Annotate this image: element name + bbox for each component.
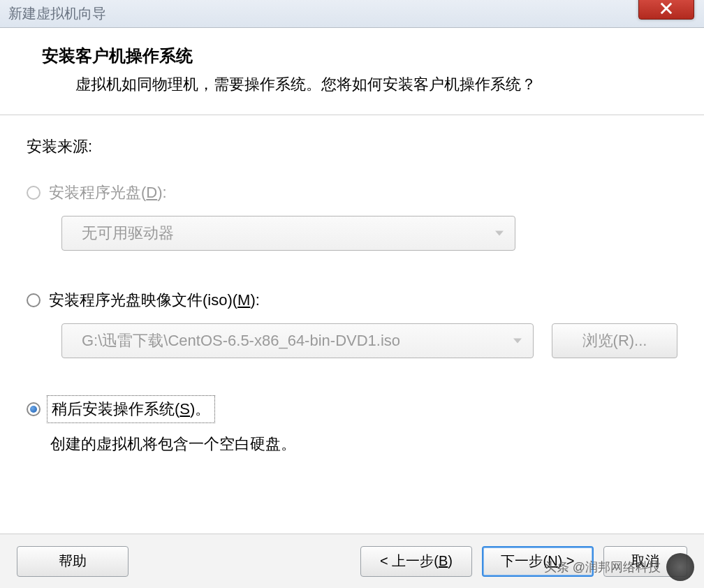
option-install-later: 稍后安装操作系统(S)。 创建的虚拟机将包含一个空白硬盘。 bbox=[27, 397, 677, 455]
wizard-heading: 安装客户机操作系统 bbox=[42, 45, 676, 67]
close-icon bbox=[660, 2, 673, 15]
install-later-description: 创建的虚拟机将包含一个空白硬盘。 bbox=[50, 434, 677, 455]
install-source-label: 安装来源: bbox=[27, 136, 677, 157]
radio-iso-image[interactable] bbox=[27, 293, 41, 307]
radio-installer-disc[interactable] bbox=[27, 186, 41, 200]
iso-path-dropdown[interactable]: G:\迅雷下载\CentOS-6.5-x86_64-bin-DVD1.iso bbox=[61, 323, 534, 358]
radio-installer-disc-label: 安装程序光盘(D): bbox=[49, 182, 167, 203]
watermark-text: 头条 @润邦网络科技 bbox=[544, 559, 661, 575]
wizard-body: 安装来源: 安装程序光盘(D): 无可用驱动器 安装程序光盘映像文件(iso)(… bbox=[0, 115, 704, 476]
watermark-logo-icon bbox=[666, 553, 694, 581]
titlebar: 新建虚拟机向导 bbox=[0, 0, 704, 28]
window-title: 新建虚拟机向导 bbox=[8, 4, 106, 23]
radio-install-later[interactable] bbox=[27, 402, 41, 416]
close-button[interactable] bbox=[638, 0, 694, 20]
radio-install-later-label: 稍后安装操作系统(S)。 bbox=[49, 397, 213, 421]
help-button[interactable]: 帮助 bbox=[17, 546, 129, 577]
radio-iso-image-label: 安装程序光盘映像文件(iso)(M): bbox=[49, 290, 260, 311]
iso-path-value: G:\迅雷下载\CentOS-6.5-x86_64-bin-DVD1.iso bbox=[82, 330, 400, 351]
back-button[interactable]: < 上一步(B) bbox=[360, 546, 472, 577]
option-iso-image: 安装程序光盘映像文件(iso)(M): G:\迅雷下载\CentOS-6.5-x… bbox=[27, 290, 677, 358]
disc-drive-dropdown[interactable]: 无可用驱动器 bbox=[61, 216, 515, 251]
disc-drive-value: 无可用驱动器 bbox=[82, 223, 174, 244]
chevron-down-icon bbox=[513, 339, 522, 344]
wizard-subtext: 虚拟机如同物理机，需要操作系统。您将如何安装客户机操作系统？ bbox=[42, 74, 676, 95]
wizard-header: 安装客户机操作系统 虚拟机如同物理机，需要操作系统。您将如何安装客户机操作系统？ bbox=[0, 28, 704, 115]
chevron-down-icon bbox=[495, 231, 504, 236]
option-installer-disc: 安装程序光盘(D): 无可用驱动器 bbox=[27, 182, 677, 251]
watermark: 头条 @润邦网络科技 bbox=[544, 553, 694, 581]
browse-button[interactable]: 浏览(R)... bbox=[552, 323, 677, 358]
